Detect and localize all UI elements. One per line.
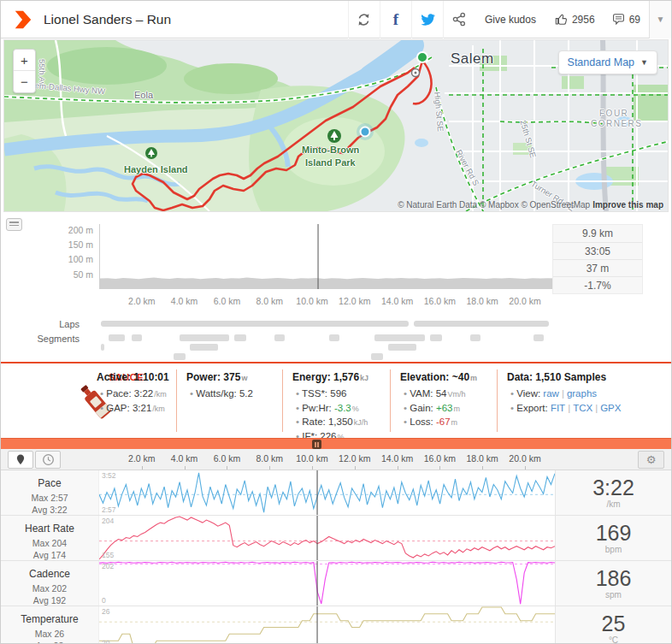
chart-row-label: Cadence Max 202 Avg 192 bbox=[1, 561, 99, 606]
elevation-section: 200 m150 m100 m50 m 9.9 km33:0537 m-1.7%… bbox=[1, 214, 671, 310]
pace-chart[interactable]: 3:52 2:57 bbox=[99, 470, 555, 515]
thumbs-up-icon bbox=[555, 13, 568, 26]
elevation-x-axis: 2.0 km4.0 km6.0 km8.0 km10.0 km12.0 km14… bbox=[1, 296, 671, 310]
comment-icon bbox=[612, 13, 625, 26]
time-mode-button[interactable] bbox=[35, 451, 61, 469]
elevation-chart[interactable] bbox=[99, 224, 555, 289]
stats-col-power: Power: 375w Watts/kg: 5.2 bbox=[186, 371, 253, 403]
cursor-stats-panel: 9.9 km33:0537 m-1.7% bbox=[552, 224, 643, 294]
kudos-count-value: 2956 bbox=[572, 14, 595, 26]
page-title: Lionel Sanders – Run bbox=[44, 12, 171, 27]
segments-track-row3 bbox=[99, 353, 555, 361]
segments-panel-toggle-button[interactable] bbox=[6, 218, 22, 231]
map-zoom-in-button[interactable]: + bbox=[14, 50, 35, 71]
activity-map[interactable]: Salem Eola Hayden Island Minto-Brown Isl… bbox=[3, 39, 669, 212]
map-pin-icon bbox=[15, 453, 26, 466]
heart-rate-current-value: 169 bpm bbox=[555, 516, 671, 560]
pace-current-value: 3:22 /km bbox=[555, 470, 671, 515]
cadence-current-value: 186 spm bbox=[555, 561, 671, 606]
stats-col-elevation: Elevation: ~40m VAM: 54Vm/h Gain: +63m L… bbox=[400, 371, 477, 431]
segments-track-row1 bbox=[99, 334, 555, 342]
segment-bar[interactable] bbox=[180, 334, 230, 341]
distance-mode-button[interactable] bbox=[8, 451, 33, 469]
improve-map-link[interactable]: Improve this map bbox=[592, 200, 663, 210]
chart-row-pace: Pace Max 2:57 Avg 3:22 3:52 2:57 3:22 /k… bbox=[1, 470, 671, 516]
facebook-icon: f bbox=[393, 10, 398, 29]
segment-bar[interactable] bbox=[533, 334, 544, 341]
temperature-current-value: 25 °C bbox=[555, 606, 671, 644]
map-style-dropdown[interactable]: Standard Map ▼ bbox=[558, 50, 657, 74]
header: Lionel Sanders – Run f bbox=[1, 1, 671, 38]
position-marker bbox=[361, 127, 370, 137]
range-slider-bar[interactable] bbox=[1, 438, 671, 449]
segment-bar[interactable] bbox=[371, 353, 383, 360]
gear-icon: ⚙ bbox=[646, 453, 657, 466]
charts-panel: Pace Max 2:57 Avg 3:22 3:52 2:57 3:22 /k… bbox=[1, 470, 671, 644]
view-graphs-link[interactable]: graphs bbox=[567, 388, 597, 399]
header-more-dropdown[interactable]: ▼ bbox=[649, 1, 671, 38]
export-tcx-link[interactable]: TCX bbox=[573, 403, 592, 413]
activity-analysis-page: { "header": { "title": "Lionel Sanders –… bbox=[0, 0, 672, 644]
chart-row-cadence: Cadence Max 202 Avg 192 202 0 186 spm bbox=[1, 561, 671, 606]
temperature-chart[interactable]: 26 20 bbox=[99, 606, 555, 644]
segment-bar[interactable] bbox=[430, 334, 441, 341]
export-gpx-link[interactable]: GPX bbox=[600, 403, 621, 413]
twitter-icon bbox=[420, 13, 435, 26]
segment-bar[interactable] bbox=[234, 334, 246, 341]
segment-bar[interactable] bbox=[374, 334, 425, 341]
stats-col-energy: Energy: 1,576kJ TSS*: 596 Pw:Hr: -3.3% R… bbox=[292, 371, 368, 445]
clock-icon bbox=[42, 453, 55, 466]
charts-toolbar: 2.0 km4.0 km6.0 km8.0 km10.0 km12.0 km14… bbox=[1, 449, 671, 470]
twitter-share-button[interactable] bbox=[411, 1, 443, 38]
chart-row-label: Pace Max 2:57 Avg 3:22 bbox=[1, 470, 99, 515]
segment-bar[interactable] bbox=[470, 334, 480, 341]
stats-col-data: Data: 1,510 Samples View: raw|graphs Exp… bbox=[507, 371, 621, 417]
range-slider-handle[interactable] bbox=[312, 440, 321, 449]
chart-settings-button[interactable]: ⚙ bbox=[638, 451, 664, 469]
stats-col-active: Active: 1:10:01 Pace: 3:22/km GAP: 3:21/… bbox=[97, 371, 169, 417]
segment-bar[interactable] bbox=[101, 344, 104, 351]
segment-bar[interactable] bbox=[174, 353, 186, 360]
chart-row-label: Heart Rate Max 204 Avg 174 bbox=[1, 516, 99, 560]
laps-track bbox=[99, 321, 555, 328]
segment-bar[interactable] bbox=[329, 334, 339, 341]
laps-label: Laps bbox=[1, 319, 80, 329]
chart-row-temperature: Temperature Max 26 Avg 23 26 20 25 °C bbox=[1, 606, 671, 644]
refresh-button[interactable] bbox=[348, 1, 380, 38]
cadence-chart[interactable]: 202 0 bbox=[99, 561, 555, 606]
export-fit-link[interactable]: FIT bbox=[551, 403, 565, 413]
lap-bar[interactable] bbox=[101, 321, 410, 327]
chart-row-heart-rate: Heart Rate Max 204 Avg 174 204 155 169 b… bbox=[1, 516, 671, 561]
segment-bar[interactable] bbox=[109, 334, 125, 341]
map-zoom-control: + − bbox=[13, 49, 36, 93]
kudos-count[interactable]: 2956 bbox=[546, 13, 604, 26]
segment-bar[interactable] bbox=[190, 344, 218, 351]
sauce-stats-section: SAUCE Active: 1:10:01 Pace: 3:22/km GAP:… bbox=[1, 362, 671, 438]
share-button[interactable] bbox=[443, 1, 475, 38]
segment-bar[interactable] bbox=[388, 344, 416, 351]
segments-label: Segments bbox=[1, 334, 80, 344]
segment-bar[interactable] bbox=[132, 334, 142, 341]
map-zoom-out-button[interactable]: − bbox=[14, 71, 35, 92]
route-start-marker bbox=[417, 52, 427, 62]
strava-logo-icon bbox=[13, 9, 33, 31]
segments-track-row2 bbox=[99, 344, 555, 352]
facebook-share-button[interactable]: f bbox=[380, 1, 411, 38]
give-kudos-button[interactable]: Give kudos bbox=[475, 14, 546, 26]
lap-bar[interactable] bbox=[414, 321, 549, 327]
view-raw-link[interactable]: raw bbox=[543, 388, 559, 399]
park-tree-icon bbox=[145, 147, 157, 159]
comments-count-value: 69 bbox=[629, 14, 640, 26]
share-nodes-icon bbox=[452, 12, 466, 27]
map-attribution: © Natural Earth Data © Mapbox © OpenStre… bbox=[398, 200, 663, 210]
segment-bar[interactable] bbox=[274, 334, 285, 341]
comments-count[interactable]: 69 bbox=[604, 13, 649, 26]
refresh-icon bbox=[357, 13, 371, 27]
chart-row-label: Temperature Max 26 Avg 23 bbox=[1, 606, 99, 644]
laps-segments-section: Laps Segments bbox=[1, 310, 671, 362]
park-tree-icon bbox=[327, 129, 341, 143]
chevron-down-icon: ▼ bbox=[640, 58, 648, 67]
heart-rate-chart[interactable]: 204 155 bbox=[99, 516, 555, 560]
